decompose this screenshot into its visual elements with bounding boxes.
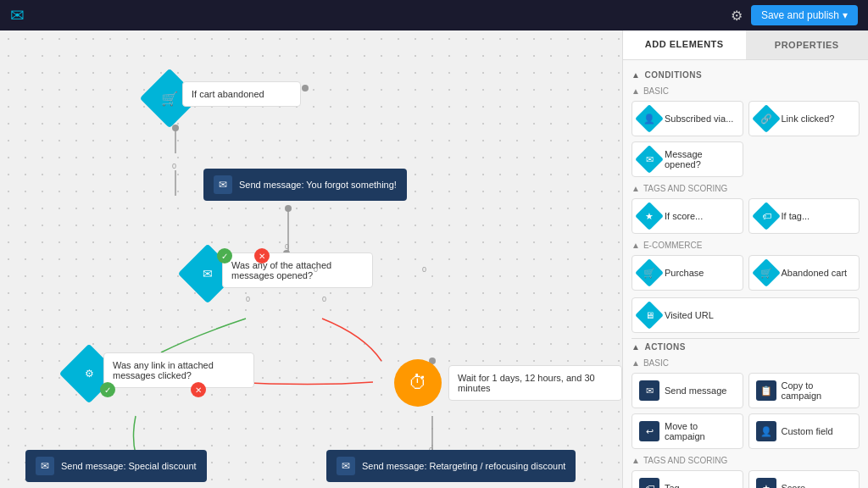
node-was-opened[interactable]: ✉ ✓ ✕ Was any of the attached messages o…	[186, 248, 373, 308]
ecommerce-label: E-COMMERCE	[643, 241, 702, 250]
abandoned-cart-icon: 🛒	[752, 258, 781, 287]
svg-text:0: 0	[172, 162, 176, 170]
custom-field-icon: 👤	[756, 421, 776, 441]
node-send-special[interactable]: ✉ Send message: Special discount	[25, 450, 207, 482]
node-cart-abandoned-label: If cart abandoned	[192, 89, 264, 99]
ecommerce-subheader[interactable]: ▲ E-COMMERCE	[632, 241, 860, 250]
score-label: Score	[782, 483, 806, 488]
node-send-retarget[interactable]: ✉ Send message: Retargeting / refocusing…	[326, 450, 576, 482]
node-send-retarget-label: Send message: Retargeting / refocusing d…	[362, 461, 565, 471]
right-panel: ADD ELEMENTS PROPERTIES ▲ CONDITIONS ▲ B…	[622, 30, 868, 488]
actions-basic-subheader[interactable]: ▲ BASIC	[632, 358, 860, 368]
ecommerce-arrow: ▲	[632, 241, 640, 250]
node-wait-label: Wait for 1 days, 12 hours, and 30 minute…	[458, 373, 595, 393]
tags-scoring-label: TAGS AND SCORING	[643, 184, 727, 193]
custom-field-label: Custom field	[782, 426, 833, 436]
element-score[interactable]: ★ Score	[748, 470, 860, 488]
element-tag[interactable]: 🏷 Tag	[632, 470, 743, 488]
move-campaign-icon: ↩	[639, 421, 659, 441]
basic-arrow: ▲	[632, 86, 640, 96]
node-send-special-label: Send message: Special discount	[61, 461, 197, 471]
purchase-label: Purchase	[665, 268, 704, 278]
message-opened-icon: ✉	[635, 145, 664, 174]
element-custom-field[interactable]: 👤 Custom field	[748, 413, 860, 449]
save-arrow-icon: ▾	[843, 9, 848, 21]
element-if-tag[interactable]: 🏷 If tag...	[748, 198, 860, 234]
workflow-canvas[interactable]: 0 0 0 0 0	[0, 30, 622, 488]
save-publish-button[interactable]: Save and publish ▾	[751, 5, 858, 25]
node-send-msg-1-label: Send message: You forgot something!	[239, 180, 397, 190]
node-was-clicked[interactable]: ⚙ ✓ ✕ Was any link in attached messages …	[68, 348, 254, 408]
conditions-header[interactable]: ▲ CONDITIONS	[632, 70, 860, 80]
if-score-label: If score...	[665, 211, 703, 221]
element-send-message[interactable]: ✉ Send message	[632, 373, 743, 408]
if-score-icon: ★	[635, 202, 664, 230]
element-move-campaign[interactable]: ↩ Move to campaign	[632, 413, 743, 449]
actions-tags-arrow: ▲	[632, 456, 640, 465]
panel-tabs: ADD ELEMENTS PROPERTIES	[623, 30, 868, 60]
node-was-clicked-label: Was any link in attached messages clicke…	[113, 360, 214, 380]
element-purchase[interactable]: 🛒 Purchase	[632, 255, 743, 291]
if-tag-label: If tag...	[782, 211, 810, 221]
element-if-score[interactable]: ★ If score...	[632, 198, 743, 234]
send-message-icon: ✉	[639, 380, 659, 401]
message-opened-label: Message opened?	[665, 149, 736, 169]
actions-basic-arrow: ▲	[632, 358, 640, 368]
visited-url-label: Visited URL	[665, 310, 714, 320]
conditions-label: CONDITIONS	[644, 70, 702, 80]
topbar: ✉ ⚙ Save and publish ▾	[0, 0, 868, 30]
link-clicked-icon: 🔗	[752, 104, 781, 133]
node-cart-abandoned[interactable]: 🛒 If cart abandoned	[148, 77, 318, 128]
basic-label: BASIC	[643, 86, 669, 96]
copy-campaign-label: Copy to campaign	[782, 380, 853, 401]
node-send-message-1[interactable]: ✉ Send message: You forgot something!	[203, 169, 407, 201]
basic-subheader[interactable]: ▲ BASIC	[632, 86, 860, 96]
subscribed-label: Subscribed via...	[665, 114, 733, 124]
element-abandoned-cart[interactable]: 🛒 Abandoned cart	[748, 255, 860, 291]
basic-conditions-grid: 👤 Subscribed via... 🔗 Link clicked? ✉ Me…	[632, 101, 860, 177]
link-clicked-label: Link clicked?	[782, 114, 835, 124]
actions-label: ACTIONS	[644, 342, 686, 352]
element-link-clicked[interactable]: 🔗 Link clicked?	[748, 101, 860, 136]
tag-icon: 🏷	[639, 478, 659, 488]
element-copy-campaign[interactable]: 📋 Copy to campaign	[748, 373, 860, 408]
send-message-label: Send message	[665, 385, 726, 396]
logo-icon: ✉	[10, 5, 25, 25]
settings-button[interactable]: ⚙	[731, 8, 743, 24]
tags-scoring-subheader[interactable]: ▲ TAGS AND SCORING	[632, 184, 860, 193]
actions-basic-grid: ✉ Send message 📋 Copy to campaign ↩ Move…	[632, 373, 860, 449]
actions-tags-subheader[interactable]: ▲ TAGS AND SCORING	[632, 456, 860, 465]
abandoned-cart-label: Abandoned cart	[782, 268, 848, 278]
tab-add-elements[interactable]: ADD ELEMENTS	[623, 30, 746, 59]
actions-tags-grid: 🏷 Tag ★ Score	[632, 470, 860, 488]
actions-basic-label: BASIC	[643, 358, 669, 368]
conditions-section: ▲ CONDITIONS ▲ BASIC 👤 Subscribed via...…	[623, 60, 868, 488]
svg-point-12	[285, 205, 292, 212]
element-visited-url[interactable]: 🖥 Visited URL	[632, 297, 860, 333]
actions-tags-label: TAGS AND SCORING	[643, 456, 727, 465]
if-tag-icon: 🏷	[752, 202, 781, 230]
element-subscribed[interactable]: 👤 Subscribed via...	[632, 101, 743, 136]
divider-actions	[632, 338, 860, 339]
element-message-opened[interactable]: ✉ Message opened?	[632, 141, 743, 177]
main-layout: 0 0 0 0 0	[0, 30, 868, 488]
subscribed-icon: 👤	[635, 104, 664, 133]
conditions-arrow: ▲	[632, 70, 640, 80]
actions-header[interactable]: ▲ ACTIONS	[632, 342, 860, 352]
visited-url-icon: 🖥	[635, 301, 664, 330]
copy-campaign-icon: 📋	[756, 380, 776, 401]
move-campaign-label: Move to campaign	[665, 421, 736, 441]
tab-properties[interactable]: PROPERTIES	[746, 30, 869, 59]
tags-arrow: ▲	[632, 184, 640, 193]
purchase-icon: 🛒	[635, 258, 664, 287]
node-wait[interactable]: ⏱ Wait for 1 days, 12 hours, and 30 minu…	[394, 359, 622, 407]
save-publish-label: Save and publish	[761, 9, 839, 21]
score-icon: ★	[756, 478, 776, 488]
tag-label: Tag	[665, 483, 680, 488]
actions-arrow: ▲	[632, 342, 640, 352]
tags-scoring-grid: ★ If score... 🏷 If tag...	[632, 198, 860, 234]
ecommerce-grid: 🛒 Purchase 🛒 Abandoned cart	[632, 255, 860, 291]
